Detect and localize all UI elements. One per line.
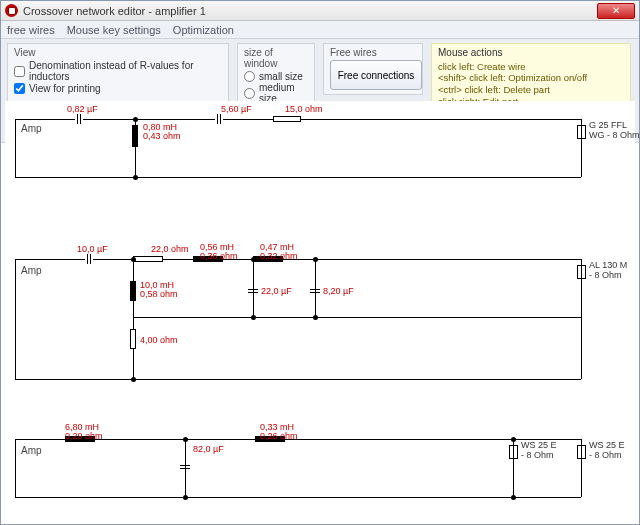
- rs1-label: 4,00 ohm: [140, 336, 178, 345]
- titlebar: Crossover network editor - amplifier 1 ✕: [1, 1, 639, 21]
- speaker-icon: [509, 445, 518, 459]
- capacitor-icon: [215, 114, 223, 124]
- c1-label: 10,0 µF: [77, 245, 108, 254]
- capacitor-icon: [248, 287, 258, 295]
- close-button[interactable]: ✕: [597, 3, 635, 19]
- c1-label: 0,82 µF: [67, 105, 98, 114]
- speaker-icon: [577, 265, 586, 279]
- menu-optimization[interactable]: Optimization: [173, 24, 234, 36]
- menu-mousekeys[interactable]: Mouse key settings: [67, 24, 161, 36]
- free-connections-button[interactable]: Free connections: [330, 60, 422, 90]
- app-window: Crossover network editor - amplifier 1 ✕…: [0, 0, 640, 525]
- speaker-label: AL 130 M - 8 Ohm: [589, 261, 627, 281]
- cs1-label: 82,0 µF: [193, 445, 224, 454]
- mouse-l2: <shift> click left: Optimization on/off: [438, 72, 624, 84]
- chk-print[interactable]: [14, 83, 25, 94]
- inductor-icon: [132, 125, 138, 147]
- speaker1-label: WS 25 E - 8 Ohm: [521, 441, 557, 461]
- mouse-title: Mouse actions: [438, 47, 624, 60]
- speaker-icon: [577, 125, 586, 139]
- capacitor-icon: [310, 287, 320, 295]
- freewires-group: Free wires Free connections: [323, 43, 423, 95]
- window-title: Crossover network editor - amplifier 1: [23, 5, 597, 17]
- speaker-icon: [577, 445, 586, 459]
- mouse-l3: <ctrl> click left: Delete part: [438, 84, 624, 96]
- freewires-title: Free wires: [330, 47, 416, 58]
- radio-small-row[interactable]: small size: [244, 71, 308, 82]
- radio-medium[interactable]: [244, 88, 255, 99]
- r1-label: 15,0 ohm: [285, 105, 323, 114]
- chk-denom-row[interactable]: Denomination instead of R-values for ind…: [14, 60, 222, 82]
- resistor-icon: [273, 116, 301, 122]
- c2-label: 5,60 µF: [221, 105, 252, 114]
- amp-label: Amp: [21, 265, 42, 276]
- mouse-l1: click left: Create wire: [438, 61, 624, 73]
- app-icon: [5, 4, 18, 17]
- resistor-icon: [133, 256, 163, 262]
- r1-label: 22,0 ohm: [151, 245, 189, 254]
- inductor-icon: [130, 281, 136, 301]
- ls1-label: 10,0 mH0,58 ohm: [140, 281, 178, 300]
- l1-label: 0,80 mH0,43 ohm: [143, 123, 181, 142]
- speaker-label: G 25 FFL WG - 8 Ohm: [589, 121, 640, 141]
- cs2-label: 8,20 µF: [323, 287, 354, 296]
- menu-freewires[interactable]: free wires: [7, 24, 55, 36]
- schematic-canvas[interactable]: 0,82 µF 0,80 mH0,43 ohm 5,60 µF 15,0 ohm…: [5, 101, 635, 520]
- cs1-label: 22,0 µF: [261, 287, 292, 296]
- capacitor-icon: [180, 463, 190, 471]
- speaker2-label: WS 25 E - 8 Ohm: [589, 441, 625, 461]
- view-group: View Denomination instead of R-values fo…: [7, 43, 229, 102]
- amp-label: Amp: [21, 445, 42, 456]
- view-title: View: [14, 47, 222, 58]
- chk-print-row[interactable]: View for printing: [14, 83, 222, 94]
- resistor-icon: [130, 329, 136, 349]
- menubar: free wires Mouse key settings Optimizati…: [1, 21, 639, 39]
- network-2: Amp 10,0 µF 22,0 ohm 0,56 mH0,36 ohm 0,4…: [5, 241, 633, 391]
- amp-label: Amp: [21, 123, 42, 134]
- capacitor-icon: [75, 114, 83, 124]
- radio-small[interactable]: [244, 71, 255, 82]
- network-1: 0,82 µF 0,80 mH0,43 ohm 5,60 µF 15,0 ohm…: [5, 101, 633, 191]
- capacitor-icon: [85, 254, 93, 264]
- size-title: size of window: [244, 47, 308, 69]
- network-3: Amp 6,80 mH0,29 ohm 82,0 µF 0,33 mH0,26 …: [5, 421, 633, 511]
- chk-denom[interactable]: [14, 66, 25, 77]
